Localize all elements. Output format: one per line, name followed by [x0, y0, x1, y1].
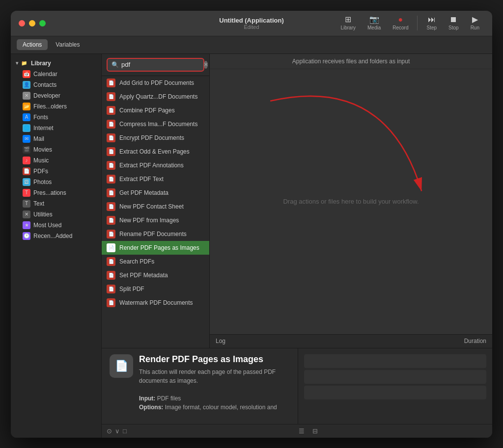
- sidebar-item-utilities[interactable]: ✕ Utilities: [11, 209, 101, 220]
- sidebar-item-fonts[interactable]: A Fonts: [11, 112, 101, 123]
- tab-variables[interactable]: Variables: [50, 39, 85, 50]
- chevron-down-icon: ▾: [16, 60, 18, 66]
- sidebar-item-text[interactable]: T Text: [11, 198, 101, 209]
- search-bar: 🔍 ✕: [102, 54, 209, 76]
- statusbar-icon-2[interactable]: □: [123, 427, 127, 435]
- record-button[interactable]: ● Record: [388, 14, 413, 32]
- text-icon: T: [23, 200, 30, 208]
- pdf-action-icon: 📄: [107, 92, 115, 101]
- action-item-combine[interactable]: 📄 Combine PDF Pages: [102, 104, 209, 117]
- action-item-extract-text[interactable]: 📄 Extract PDF Text: [102, 172, 209, 186]
- sidebar-item-pdfs[interactable]: 📄 PDFs: [11, 166, 101, 177]
- tab-actions[interactable]: Actions: [17, 39, 48, 50]
- media-button[interactable]: 📷 Media: [363, 14, 386, 32]
- record-icon: ●: [398, 16, 403, 24]
- sidebar-item-developer[interactable]: ✕ Developer: [11, 90, 101, 101]
- run-button[interactable]: ▶ Run: [466, 14, 484, 32]
- library-label: Library: [340, 25, 356, 30]
- fonts-icon: A: [23, 113, 30, 121]
- main-content: ▾ 📁 Library 📅 Calendar 👤 Contacts ✕ Deve…: [11, 54, 492, 438]
- step-button[interactable]: ⏭ Step: [421, 14, 442, 32]
- action-item-encrypt[interactable]: 📄 Encrypt PDF Documents: [102, 131, 209, 145]
- record-label: Record: [392, 25, 408, 30]
- statusbar-chevron-icon[interactable]: ∨: [115, 427, 120, 435]
- stop-button[interactable]: ⏹ Stop: [444, 14, 464, 32]
- mail-icon: ✉: [23, 135, 30, 143]
- search-icon: 🔍: [112, 61, 119, 68]
- pdf-action-icon: 📄: [107, 188, 115, 197]
- workflow-drop-hint: Drag actions or files here to build your…: [283, 198, 419, 205]
- sidebar-item-movies[interactable]: 🎬 Movies: [11, 144, 101, 155]
- workflow-header: Application receives files and folders a…: [210, 54, 492, 69]
- action-item-extract-odd[interactable]: 📄 Extract Odd & Even Pages: [102, 145, 209, 158]
- pdf-action-icon: 📄: [107, 216, 115, 225]
- traffic-lights: [19, 20, 46, 26]
- sidebar-group-library[interactable]: ▾ 📁 Library: [11, 58, 101, 69]
- photos-icon: 🖼: [23, 178, 30, 186]
- search-input[interactable]: [121, 61, 204, 68]
- action-item-get-metadata[interactable]: 📄 Get PDF Metadata: [102, 186, 209, 200]
- search-box: 🔍 ✕: [107, 58, 204, 72]
- sidebar-item-most-used[interactable]: ★ Most Used: [11, 220, 101, 231]
- action-item-split[interactable]: 📄 Split PDF: [102, 282, 209, 296]
- statusbar-icon-1[interactable]: ⊙: [107, 427, 112, 435]
- sidebar-item-files[interactable]: 📂 Files...olders: [11, 101, 101, 112]
- action-item-extract-annotations[interactable]: 📄 Extract PDF Annotations: [102, 158, 209, 172]
- action-item-new-contact-sheet[interactable]: 📄 New PDF Contact Sheet: [102, 200, 209, 213]
- movies-icon: 🎬: [23, 146, 30, 154]
- action-item-watermark[interactable]: 📄 Watermark PDF Documents: [102, 296, 209, 310]
- action-item-search-pdfs[interactable]: 📄 Search PDFs: [102, 255, 209, 268]
- library-button[interactable]: ⊞ Library: [335, 14, 361, 32]
- action-item-compress[interactable]: 📄 Compress Ima...F Documents: [102, 117, 209, 131]
- library-folder-icon: 📁: [20, 59, 28, 67]
- stop-icon: ⏹: [449, 16, 457, 24]
- minimize-button[interactable]: [29, 20, 35, 26]
- action-item-set-metadata[interactable]: 📄 Set PDF Metadata: [102, 268, 209, 282]
- window-subtitle: Edited: [219, 24, 283, 30]
- action-item-render[interactable]: 📄 Render PDF Pages as Images: [102, 241, 209, 255]
- statusbar-align-icon[interactable]: ☰: [299, 427, 305, 435]
- pdf-action-icon: 📄: [107, 161, 115, 170]
- pdf-action-icon: 📄: [107, 271, 115, 280]
- pdf-action-icon: 📄: [107, 106, 115, 115]
- action-item-apply-quartz[interactable]: 📄 Apply Quartz...DF Documents: [102, 90, 209, 104]
- run-icon: ▶: [472, 16, 478, 24]
- sidebar-item-calendar[interactable]: 📅 Calendar: [11, 69, 101, 79]
- pdf-action-icon: 📄: [107, 147, 115, 156]
- pdf-action-icon: 📄: [107, 285, 115, 293]
- music-icon: ♪: [23, 157, 30, 164]
- sidebar-item-contacts[interactable]: 👤 Contacts: [11, 79, 101, 90]
- title-bar: Untitled (Application) Edited ⊞ Library …: [11, 11, 492, 36]
- run-label: Run: [471, 25, 479, 30]
- workflow-canvas[interactable]: Drag actions or files here to build your…: [210, 69, 492, 334]
- files-icon: 📂: [23, 103, 30, 110]
- sidebar: ▾ 📁 Library 📅 Calendar 👤 Contacts ✕ Deve…: [11, 54, 102, 438]
- log-label: Log: [216, 338, 464, 344]
- library-icon: ⊞: [345, 16, 351, 24]
- bottom-left: 📄 Render PDF Pages as Images This action…: [102, 348, 298, 424]
- statusbar-mid: ☰ ⊟: [130, 427, 487, 435]
- sidebar-item-music[interactable]: ♪ Music: [11, 155, 101, 166]
- step-label: Step: [426, 25, 437, 30]
- contacts-icon: 👤: [23, 81, 30, 89]
- toolbar-divider: [417, 16, 418, 30]
- developer-icon: ✕: [23, 92, 30, 100]
- bottom-right-row-2: [304, 370, 486, 384]
- pdf-action-icon: 📄: [107, 257, 115, 266]
- pdf-action-icon: 📄: [107, 230, 115, 238]
- action-item-new-from-images[interactable]: 📄 New PDF from Images: [102, 213, 209, 227]
- maximize-button[interactable]: [39, 20, 46, 26]
- close-button[interactable]: [19, 20, 25, 26]
- search-clear-button[interactable]: ✕: [204, 61, 208, 69]
- sidebar-item-mail[interactable]: ✉ Mail: [11, 133, 101, 144]
- pdf-action-icon: 📄: [107, 202, 115, 211]
- sidebar-item-internet[interactable]: 🌐 Internet: [11, 123, 101, 133]
- sidebar-item-presentations[interactable]: T Pres...ations: [11, 187, 101, 198]
- internet-icon: 🌐: [23, 124, 30, 132]
- statusbar-layout-icon[interactable]: ⊟: [312, 427, 318, 435]
- sidebar-item-recently-added[interactable]: 🕐 Recen...Added: [11, 231, 101, 241]
- action-item-add-grid[interactable]: 📄 Add Grid to PDF Documents: [102, 76, 209, 90]
- subtoolbar: Actions Variables: [11, 36, 492, 54]
- sidebar-item-photos[interactable]: 🖼 Photos: [11, 177, 101, 187]
- action-item-rename[interactable]: 📄 Rename PDF Documents: [102, 227, 209, 241]
